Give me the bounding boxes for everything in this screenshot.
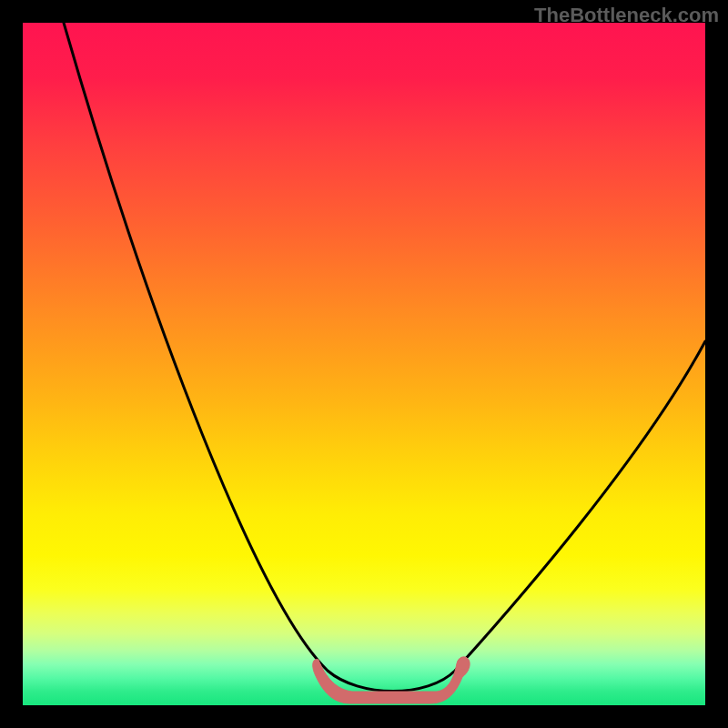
chart-frame: TheBottleneck.com (0, 0, 728, 728)
optimal-band-dot (457, 657, 470, 670)
optimal-band-shape (313, 657, 470, 703)
plot-area (23, 23, 705, 705)
watermark-text: TheBottleneck.com (534, 4, 719, 27)
optimal-band (23, 23, 705, 705)
